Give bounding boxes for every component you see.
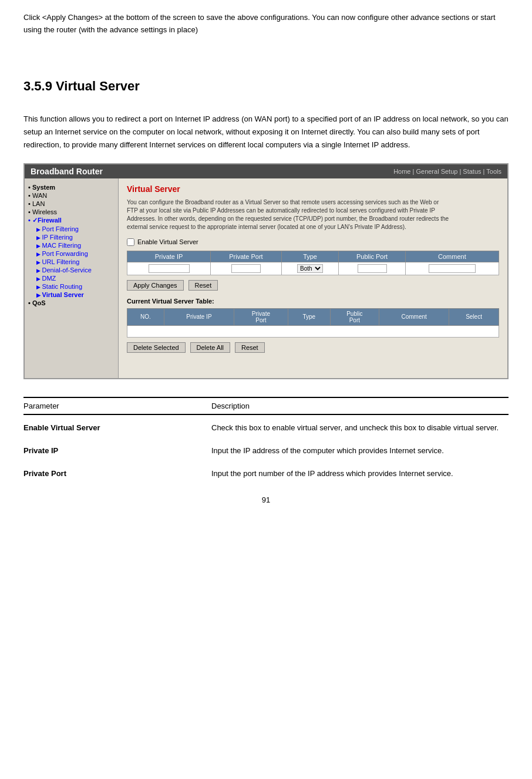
param-row-enable: Enable Virtual Server Check this box to … bbox=[23, 414, 509, 438]
sidebar-item-wan[interactable]: WAN bbox=[28, 191, 115, 200]
sidebar-item-qos[interactable]: QoS bbox=[28, 299, 115, 307]
router-nav: Home | General Setup | Status | Tools bbox=[393, 168, 501, 175]
param-name-enable: Enable Virtual Server bbox=[23, 414, 200, 438]
sidebar-item-port-forwarding[interactable]: Port Forwarding bbox=[28, 249, 115, 258]
delete-all-button[interactable]: Delete All bbox=[190, 342, 230, 353]
form-header-comment: Comment bbox=[405, 251, 499, 262]
sidebar-item-ip-filtering[interactable]: IP Filtering bbox=[28, 233, 115, 241]
form-buttons: Apply Changes Reset bbox=[127, 280, 499, 291]
router-header: Broadband Router Home | General Setup | … bbox=[25, 164, 507, 178]
enable-virtual-server-row: Enable Virtual Server bbox=[127, 238, 499, 246]
vs-title: Virtual Server bbox=[127, 184, 499, 194]
sidebar-item-dos[interactable]: Denial-of-Service bbox=[28, 266, 115, 274]
param-table-header: Parameter Description bbox=[23, 397, 509, 414]
intro-text: Click <Apply Changes> at the bottom of t… bbox=[23, 13, 496, 34]
sidebar-item-port-filtering[interactable]: Port Filtering bbox=[28, 225, 115, 233]
private-ip-input[interactable] bbox=[149, 264, 190, 273]
vs-header-private-ip: Private IP bbox=[164, 308, 234, 325]
vs-header-comment: Comment bbox=[379, 308, 449, 325]
router-ui: Broadband Router Home | General Setup | … bbox=[23, 163, 509, 379]
parameter-table: Parameter Description Enable Virtual Ser… bbox=[23, 397, 509, 484]
param-name-private-port: Private Port bbox=[23, 461, 200, 484]
enable-virtual-server-label: Enable Virtual Server bbox=[137, 238, 198, 245]
sidebar-item-lan[interactable]: LAN bbox=[28, 200, 115, 208]
form-input-row: Both TCP UDP bbox=[127, 262, 499, 275]
sidebar-item-system[interactable]: System bbox=[28, 183, 115, 191]
vs-desc: You can configure the Broadband router a… bbox=[127, 198, 499, 231]
param-desc-enable: Check this box to enable virtual server,… bbox=[200, 414, 509, 438]
sidebar-item-wireless[interactable]: Wireless bbox=[28, 208, 115, 216]
page-number: 91 bbox=[23, 495, 509, 504]
sidebar-item-static-routing[interactable]: Static Routing bbox=[28, 282, 115, 291]
current-vs-table: NO. Private IP PrivatePort Type PublicPo… bbox=[127, 308, 499, 338]
intro-paragraph: Click <Apply Changes> at the bottom of t… bbox=[23, 12, 509, 36]
vs-header-type: Type bbox=[288, 308, 331, 325]
param-row-private-port: Private Port Input the port number of th… bbox=[23, 461, 509, 484]
delete-selected-button[interactable]: Delete Selected bbox=[127, 342, 186, 353]
param-name-private-ip: Private IP bbox=[23, 438, 200, 461]
reset-button[interactable]: Reset bbox=[188, 280, 218, 291]
router-body: System WAN LAN Wireless ✓Firewall Port F… bbox=[25, 178, 507, 378]
param-col-header: Parameter bbox=[23, 397, 200, 414]
vs-header-public-port: PublicPort bbox=[330, 308, 379, 325]
router-brand: Broadband Router bbox=[31, 167, 103, 176]
vs-header-select: Select bbox=[449, 308, 499, 325]
form-header-type: Type bbox=[281, 251, 339, 262]
form-header-private-port: Private Port bbox=[211, 251, 282, 262]
current-table-buttons: Delete Selected Delete All Reset bbox=[127, 342, 499, 353]
public-port-input[interactable] bbox=[358, 264, 387, 273]
sidebar: System WAN LAN Wireless ✓Firewall Port F… bbox=[25, 178, 119, 378]
comment-input[interactable] bbox=[429, 264, 476, 273]
type-select[interactable]: Both TCP UDP bbox=[297, 264, 323, 273]
reset2-button[interactable]: Reset bbox=[235, 342, 265, 353]
sidebar-item-firewall[interactable]: ✓Firewall bbox=[28, 216, 115, 225]
vs-empty-row bbox=[127, 325, 499, 337]
private-port-input[interactable] bbox=[231, 264, 261, 273]
desc-col-header: Description bbox=[200, 397, 509, 414]
param-desc-private-ip: Input the IP address of the computer whi… bbox=[200, 438, 509, 461]
param-desc-private-port: Input the port number of the IP address … bbox=[200, 461, 509, 484]
section-title: 3.5.9 Virtual Server bbox=[23, 79, 509, 94]
form-header-public-port: Public Port bbox=[339, 251, 405, 262]
sidebar-item-url-filtering[interactable]: URL Filtering bbox=[28, 258, 115, 266]
sidebar-item-virtual-server[interactable]: Virtual Server bbox=[28, 291, 115, 299]
sidebar-item-mac-filtering[interactable]: MAC Filtering bbox=[28, 241, 115, 249]
section-description: This function allows you to redirect a p… bbox=[23, 113, 509, 151]
form-table: Private IP Private Port Type Public Port… bbox=[127, 251, 499, 275]
enable-virtual-server-checkbox[interactable] bbox=[127, 238, 134, 246]
param-row-private-ip: Private IP Input the IP address of the c… bbox=[23, 438, 509, 461]
form-header-private-ip: Private IP bbox=[127, 251, 211, 262]
sidebar-item-dmz[interactable]: DMZ bbox=[28, 274, 115, 282]
apply-changes-button[interactable]: Apply Changes bbox=[127, 280, 184, 291]
current-table-label: Current Virtual Server Table: bbox=[127, 298, 499, 305]
vs-header-private-port: PrivatePort bbox=[234, 308, 288, 325]
main-content: Virtual Server You can configure the Bro… bbox=[119, 178, 507, 378]
vs-header-no: NO. bbox=[127, 308, 164, 325]
